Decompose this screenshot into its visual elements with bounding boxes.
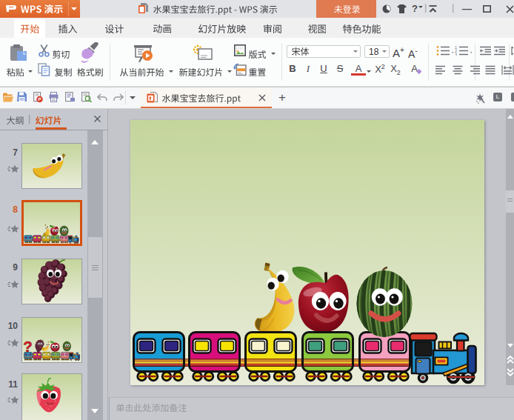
svg-text:P: P <box>38 97 41 101</box>
svg-text:?: ? <box>23 339 32 355</box>
svg-text:3: 3 <box>455 53 457 56</box>
